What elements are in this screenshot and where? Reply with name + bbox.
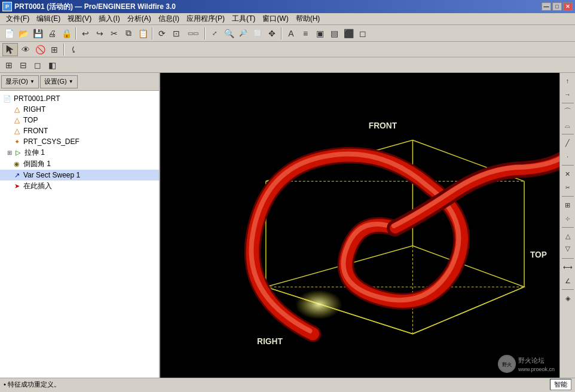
rt-line[interactable]: ╱ (561, 136, 574, 149)
menu-file[interactable]: 文件(F) (2, 13, 33, 24)
tb-display2[interactable]: ≡ (299, 27, 312, 40)
tb-display1[interactable]: A (285, 27, 298, 40)
tree-icon-extrude: ▷ (13, 148, 23, 158)
tree-item-csys[interactable]: ✦ PRT_CSYS_DEF (0, 136, 159, 147)
rt-curve[interactable]: ⌓ (561, 119, 574, 132)
tree-icon-sweep: ↗ (12, 170, 22, 180)
tb-zoom-in[interactable]: 🔍 (222, 27, 235, 40)
tb-redo[interactable]: ↪ (93, 27, 106, 40)
show-menu-button[interactable]: 显示(O) ▼ (1, 75, 39, 88)
tree-icon-front: △ (12, 126, 22, 136)
tree-item-insert[interactable]: ➤ 在此插入 (0, 180, 159, 192)
rt-dim[interactable]: ⟷ (561, 261, 574, 274)
tb3-comp[interactable]: ◻ (31, 59, 44, 72)
tb-copy[interactable]: ⧉ (122, 27, 135, 40)
tb-display3[interactable]: ▣ (313, 27, 326, 40)
menu-analyze[interactable]: 分析(A) (124, 13, 155, 24)
tb2-hide[interactable]: 🚫 (33, 43, 47, 56)
tb-spin[interactable]: ⤢ (208, 27, 221, 40)
tb-zoom-fit[interactable]: ⬜ (251, 27, 264, 40)
rt-angle[interactable]: ∠ (561, 274, 574, 287)
tb-display4[interactable]: ▤ (328, 27, 341, 40)
tb2-eye[interactable]: 👁 (19, 43, 32, 56)
rt-cross[interactable]: ✕ (561, 167, 574, 180)
tb-new[interactable]: 📄 (2, 27, 16, 40)
menu-tools[interactable]: 工具(T) (228, 13, 259, 24)
tree-icon-right: △ (12, 105, 22, 114)
tb-paste[interactable]: 📋 (136, 27, 149, 40)
tree-label-csys: PRT_CSYS_DEF (23, 137, 79, 146)
maximize-button[interactable]: □ (552, 2, 562, 11)
tree-expand-extrude[interactable]: ⊞ (7, 149, 12, 156)
tree-item-right[interactable]: △ RIGHT (0, 104, 159, 115)
rt-misc1[interactable]: ◈ (561, 292, 574, 305)
rt-arc[interactable]: ⌒ (561, 105, 574, 118)
tree-icon-csys: ✦ (12, 137, 22, 146)
tb-print[interactable]: 🖨 (45, 27, 59, 40)
label-top: TOP (530, 250, 547, 259)
menu-window[interactable]: 窗口(W) (259, 13, 292, 24)
show-dropdown-arrow: ▼ (30, 79, 35, 84)
menu-view[interactable]: 视图(V) (64, 13, 95, 24)
tree-item-round[interactable]: ◉ 倒圆角 1 (0, 158, 159, 170)
tree-icon-round: ◉ (12, 160, 22, 169)
rt-coord[interactable]: ⊹ (561, 212, 574, 225)
viewport[interactable]: FRONT TOP RIGHT 野火 野火论坛www.proeok.cn (160, 73, 559, 378)
tb-trail[interactable]: ⊡ (170, 27, 183, 40)
tree-label-sweep: Var Sect Sweep 1 (23, 171, 80, 179)
tb-save[interactable]: 💾 (31, 27, 44, 40)
menu-edit[interactable]: 编辑(E) (33, 13, 64, 24)
tb-sel[interactable]: ▭▭ (184, 27, 202, 40)
window-controls: — □ ✕ (542, 2, 573, 11)
tb-cut[interactable]: ✂ (108, 27, 121, 40)
tb2-group[interactable]: ⊞ (48, 43, 61, 56)
watermark: 野火 野火论坛www.proeok.cn (498, 355, 555, 373)
rt-grid2[interactable]: ⊞ (561, 198, 574, 212)
close-button[interactable]: ✕ (563, 2, 573, 11)
tree-item-front[interactable]: △ FRONT (0, 125, 159, 136)
tb2-select[interactable] (2, 43, 18, 56)
settings-dropdown-arrow: ▼ (69, 79, 74, 84)
tree-item-extrude[interactable]: ⊞ ▷ 拉伸 1 (0, 147, 159, 158)
tb-undo[interactable]: ↩ (79, 27, 92, 40)
rt-tri2[interactable]: △ (561, 243, 574, 256)
tb-display6[interactable]: ◻ (356, 27, 369, 40)
minimize-button[interactable]: — (542, 2, 551, 11)
tb-lock[interactable]: 🔒 (60, 27, 73, 40)
tb-regen[interactable]: ⟳ (155, 27, 169, 40)
tree-item-sweep[interactable]: ↗ Var Sect Sweep 1 (0, 170, 159, 180)
rt-tri[interactable]: △ (561, 229, 574, 243)
tree-item-root[interactable]: 📄 PRT0001.PRT (0, 93, 159, 104)
sep3 (204, 27, 206, 39)
toolbar-3: ⊞ ⊟ ◻ ◧ (0, 57, 575, 73)
rt-sep1 (562, 103, 574, 103)
rt-trim[interactable]: ✂ (561, 181, 574, 194)
label-front: FRONT (369, 121, 397, 130)
rt-arrow-right[interactable]: → (561, 88, 574, 101)
main-content: 显示(O) ▼ 设置(G) ▼ 📄 PRT0001.PRT △ RIGHT (0, 73, 575, 378)
tb2-cursor[interactable]: ⤹ (67, 43, 80, 56)
tb-display5[interactable]: ⬛ (342, 27, 355, 40)
tree-item-top[interactable]: △ TOP (0, 115, 159, 125)
tb-open[interactable]: 📂 (17, 27, 30, 40)
menu-info[interactable]: 信息(I) (155, 13, 183, 24)
menu-help[interactable]: 帮助(H) (292, 13, 324, 24)
rt-point[interactable]: · (561, 150, 574, 163)
sep4 (281, 27, 282, 39)
menu-app[interactable]: 应用程序(P) (183, 13, 228, 24)
tb-pan[interactable]: ✥ (265, 27, 279, 40)
menu-insert[interactable]: 插入(I) (95, 13, 123, 24)
status-message: • 特征成功重定义。 (4, 380, 60, 389)
rt-sep7 (562, 289, 574, 290)
tb3-grid[interactable]: ⊞ (2, 59, 16, 72)
tree-icon-top: △ (12, 115, 22, 125)
tb3-feat[interactable]: ◧ (45, 59, 59, 72)
sep5 (63, 44, 65, 56)
rt-arrow-up[interactable]: ↑ (561, 74, 574, 87)
tb3-layer[interactable]: ⊟ (17, 59, 30, 72)
rt-sep3 (562, 165, 574, 166)
settings-menu-button[interactable]: 设置(G) ▼ (40, 75, 78, 88)
status-right: 智能 (550, 379, 571, 390)
feature-tree[interactable]: 📄 PRT0001.PRT △ RIGHT △ TOP △ FRONT (0, 91, 159, 378)
tb-zoom-out[interactable]: 🔎 (237, 27, 250, 40)
